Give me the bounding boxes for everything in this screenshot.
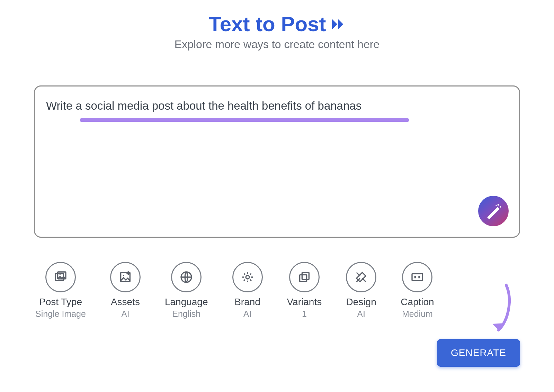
magic-wand-icon <box>485 203 502 219</box>
prompt-text: Write a social media post about the heal… <box>46 99 361 113</box>
svg-point-1 <box>500 206 501 208</box>
svg-point-2 <box>495 205 497 206</box>
page-subtitle: Explore more ways to create content here <box>34 38 520 51</box>
option-caption[interactable]: Caption Medium <box>401 262 434 319</box>
option-brand[interactable]: Brand AI <box>232 262 263 319</box>
design-icon <box>354 270 368 284</box>
option-label: Variants <box>287 297 322 308</box>
option-value: AI <box>121 309 129 319</box>
caption-icon <box>410 270 424 284</box>
double-chevron-right-icon <box>329 16 345 32</box>
post-type-icon <box>54 270 68 284</box>
svg-point-0 <box>498 204 499 206</box>
option-value: Medium <box>402 309 433 319</box>
option-assets[interactable]: Assets AI <box>110 262 141 319</box>
options-row: Post Type Single Image Assets AI Languag… <box>34 262 520 319</box>
svg-rect-12 <box>412 274 422 281</box>
annotation-arrow <box>485 282 513 345</box>
svg-point-5 <box>60 274 61 275</box>
page-title: Text to Post <box>209 12 326 36</box>
prompt-input[interactable]: Write a social media post about the heal… <box>34 85 520 238</box>
svg-point-7 <box>123 275 124 276</box>
option-value: Single Image <box>35 309 86 319</box>
option-design[interactable]: Design AI <box>346 262 376 319</box>
svg-rect-11 <box>302 273 309 280</box>
option-label: Design <box>346 297 376 308</box>
page-title-link[interactable]: Text to Post <box>209 12 346 36</box>
option-label: Language <box>165 297 208 308</box>
option-value: English <box>172 309 200 319</box>
prompt-highlight-underline <box>80 118 409 122</box>
option-language[interactable]: Language English <box>165 262 208 319</box>
option-value: AI <box>243 309 252 319</box>
option-label: Caption <box>401 297 434 308</box>
option-post-type[interactable]: Post Type Single Image <box>35 262 86 319</box>
svg-point-9 <box>246 275 249 279</box>
language-icon <box>179 270 193 284</box>
option-variants[interactable]: Variants 1 <box>287 262 322 319</box>
option-label: Post Type <box>39 297 82 308</box>
option-value: 1 <box>302 309 307 319</box>
brand-icon <box>241 270 254 284</box>
magic-wand-button[interactable] <box>478 196 509 226</box>
variants-icon <box>297 270 311 284</box>
option-value: AI <box>357 309 365 319</box>
assets-icon <box>118 270 132 284</box>
option-label: Assets <box>111 297 140 308</box>
option-label: Brand <box>234 297 260 308</box>
svg-rect-10 <box>300 275 306 282</box>
